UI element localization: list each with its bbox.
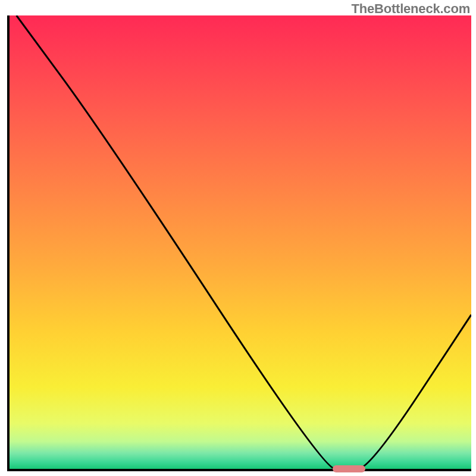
plot-area — [7, 15, 471, 471]
optimal-marker — [333, 465, 365, 472]
attribution-text: TheBottleneck.com — [351, 1, 470, 17]
chart-container: TheBottleneck.com — [0, 0, 476, 476]
data-curve — [10, 15, 471, 469]
